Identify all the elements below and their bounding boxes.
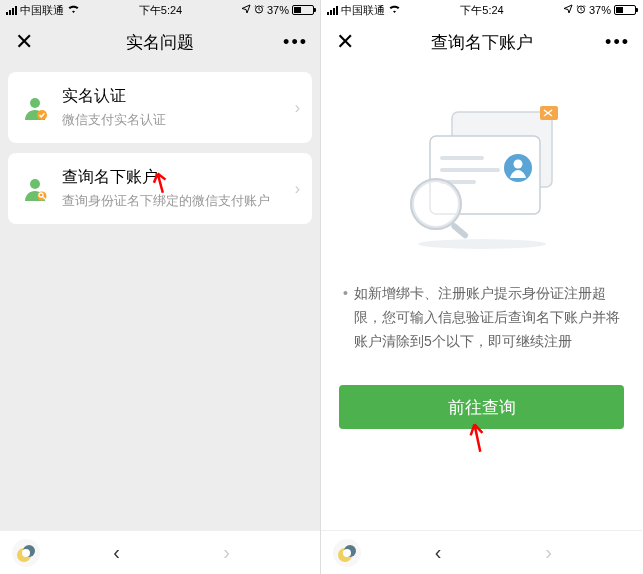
close-icon[interactable]: ✕: [12, 29, 36, 55]
svg-point-17: [513, 160, 522, 169]
svg-rect-13: [440, 156, 484, 160]
item-title: 查询名下账户: [62, 167, 283, 188]
wifi-icon: [67, 4, 80, 16]
right-screen: 中国联通 下午5:24 37% ✕ 查询名下账户 •••: [321, 0, 642, 574]
battery-pct: 37%: [589, 4, 611, 16]
location-icon: [563, 4, 573, 16]
close-icon[interactable]: ✕: [333, 29, 357, 55]
item-sub: 查询身份证名下绑定的微信支付账户: [62, 192, 283, 210]
page-title: 实名问题: [0, 31, 320, 54]
app-icon[interactable]: [12, 539, 40, 567]
carrier-label: 中国联通: [20, 3, 64, 18]
status-bar: 中国联通 下午5:24 37%: [0, 0, 320, 20]
svg-point-8: [22, 549, 30, 557]
chevron-right-icon: ›: [295, 180, 300, 198]
page-title: 查询名下账户: [321, 31, 642, 54]
bottom-toolbar: ‹ ›: [0, 530, 320, 574]
svg-point-3: [30, 179, 40, 189]
description: • 如新增绑卡、注册账户提示身份证注册超限，您可输入信息验证后查询名下账户并将账…: [321, 264, 642, 371]
person-search-icon: [20, 174, 50, 204]
list-item-verify[interactable]: 实名认证 微信支付实名认证 ›: [8, 72, 312, 143]
chevron-right-icon: ›: [295, 99, 300, 117]
time-label: 下午5:24: [460, 3, 503, 18]
nav-bar: ✕ 查询名下账户 •••: [321, 20, 642, 64]
bottom-toolbar: ‹ ›: [321, 530, 642, 574]
back-icon[interactable]: ‹: [405, 541, 472, 564]
carrier-label: 中国联通: [341, 3, 385, 18]
svg-point-24: [343, 549, 351, 557]
description-text: 如新增绑卡、注册账户提示身份证注册超限，您可输入信息验证后查询名下账户并将账户清…: [354, 282, 620, 353]
alarm-icon: [576, 4, 586, 16]
item-sub: 微信支付实名认证: [62, 111, 283, 129]
more-icon[interactable]: •••: [278, 32, 308, 53]
status-bar: 中国联通 下午5:24 37%: [321, 0, 642, 20]
app-icon[interactable]: [333, 539, 361, 567]
button-label: 前往查询: [448, 396, 516, 419]
nav-bar: ✕ 实名问题 •••: [0, 20, 320, 64]
bullet-icon: •: [343, 282, 348, 353]
wifi-icon: [388, 4, 401, 16]
left-screen: 中国联通 下午5:24 37% ✕ 实名问题 •••: [0, 0, 321, 574]
svg-point-21: [418, 239, 546, 249]
forward-icon[interactable]: ›: [193, 541, 260, 564]
signal-icon: [327, 6, 338, 15]
item-title: 实名认证: [62, 86, 283, 107]
content: 实名认证 微信支付实名认证 › 查询名下账户 查询身份证名下绑定的微信支付账户 …: [0, 64, 320, 574]
list-item-query[interactable]: 查询名下账户 查询身份证名下绑定的微信支付账户 ›: [8, 153, 312, 224]
svg-point-19: [412, 180, 460, 228]
more-icon[interactable]: •••: [600, 32, 630, 53]
illustration: [321, 84, 642, 264]
forward-icon[interactable]: ›: [515, 541, 582, 564]
battery-icon: [614, 5, 636, 15]
battery-icon: [292, 5, 314, 15]
time-label: 下午5:24: [139, 3, 182, 18]
person-verify-icon: [20, 93, 50, 123]
svg-rect-14: [440, 168, 500, 172]
svg-point-1: [30, 98, 40, 108]
svg-rect-20: [450, 222, 469, 239]
battery-pct: 37%: [267, 4, 289, 16]
query-button[interactable]: 前往查询: [339, 385, 624, 429]
location-icon: [241, 4, 251, 16]
alarm-icon: [254, 4, 264, 16]
signal-icon: [6, 6, 17, 15]
back-icon[interactable]: ‹: [83, 541, 150, 564]
content: • 如新增绑卡、注册账户提示身份证注册超限，您可输入信息验证后查询名下账户并将账…: [321, 64, 642, 574]
